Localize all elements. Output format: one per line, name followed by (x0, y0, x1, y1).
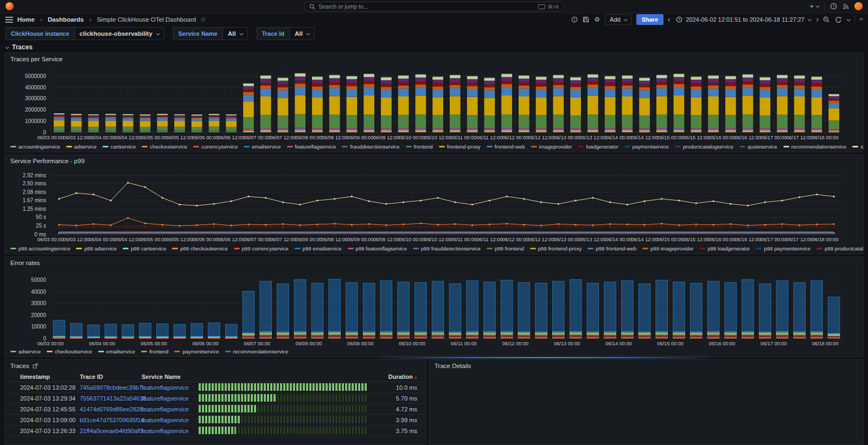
legend-item[interactable]: p99 productcatalogservice (816, 246, 863, 251)
share-button[interactable]: Share (636, 14, 664, 25)
refresh-interval-dropdown[interactable] (847, 18, 850, 21)
legend-item[interactable]: quoteservice (739, 144, 777, 150)
legend-item[interactable]: productcatalogservice (675, 144, 733, 150)
legend-item[interactable]: paymentservice (624, 144, 669, 150)
svg-text:06/08 00:00: 06/08 00:00 (296, 237, 322, 242)
error-rates-chart[interactable]: 06/03 00:0006/04 00:0006/05 00:0006/06 0… (5, 269, 863, 348)
table-row[interactable]: 2024-07-03 13:26:3321ff4a0ceeaeb4fd90af0… (5, 425, 426, 436)
legend-item[interactable]: featureflagservice (287, 144, 336, 150)
legend-item[interactable]: p99 imageprovider (642, 246, 693, 251)
refresh-icon[interactable] (835, 16, 842, 23)
add-menu-button[interactable]: + (809, 2, 819, 10)
legend-item[interactable]: recommendationservice (783, 144, 847, 150)
table-row[interactable]: 2024-07-03 13:02:28745a59078cbdeec39b7..… (5, 382, 426, 393)
legend-item[interactable]: p99 frontend-proxy (530, 246, 582, 251)
collapse-toolbar-icon[interactable] (860, 18, 863, 21)
legend-item[interactable]: accountingservice (10, 144, 60, 150)
legend-item[interactable]: cartservice (103, 144, 136, 150)
search-input[interactable]: Search or jump to... ⌘+k (304, 2, 564, 11)
legend-item[interactable]: p99 frontend (487, 246, 524, 251)
traces-per-service-chart[interactable]: 06/03 00:0006/03 12:0006/04 00:0006/04 1… (5, 65, 863, 142)
legend-item[interactable]: p99 currencyservice (234, 246, 289, 251)
svg-text:06/16 12:00: 06/16 12:00 (735, 135, 761, 140)
legend-item[interactable]: p99 checkoutservice (172, 246, 227, 251)
help-icon[interactable]: ? (830, 3, 837, 10)
panel-title[interactable]: Traces per Service (5, 53, 863, 65)
column-service-name[interactable]: Service Name (142, 373, 199, 380)
legend-item[interactable]: p99 emailservice (295, 246, 342, 251)
column-trace-id[interactable]: Trace ID (80, 373, 142, 380)
cell-service-name-link[interactable]: featureflagservice (142, 384, 199, 391)
legend-item[interactable]: p99 frontend-web (588, 246, 636, 251)
legend-item[interactable]: imageprovider (531, 144, 572, 150)
add-button[interactable]: Add (605, 14, 631, 25)
legend-item[interactable]: checkoutservice (47, 349, 92, 354)
variable-value-dropdown[interactable]: All (222, 27, 248, 40)
panel-links-icon[interactable] (33, 363, 38, 369)
legend-item[interactable]: p99 cartservice (123, 246, 166, 251)
svg-text:06/04 00:00: 06/04 00:00 (89, 237, 116, 242)
cell-trace-id-link[interactable]: 75563771413a22a54618... (80, 395, 142, 402)
row-traces[interactable]: Traces (5, 43, 33, 51)
legend-item[interactable]: emailservice (98, 349, 135, 354)
legend-item[interactable]: frontend-web (487, 144, 525, 150)
zoom-out-time-icon[interactable] (823, 16, 830, 23)
legend-item[interactable]: adservice (66, 144, 97, 150)
cell-service-name-link[interactable]: featureflagservice (142, 428, 199, 434)
legend-label: recommendationservice (792, 144, 847, 150)
save-dashboard-icon[interactable] (583, 16, 589, 23)
time-shift-forward-icon[interactable] (815, 18, 818, 21)
user-avatar[interactable] (854, 2, 863, 10)
legend-item[interactable]: p99 paymentservice (756, 246, 810, 251)
panel-title[interactable]: Trace Details (429, 360, 863, 372)
legend-item[interactable]: p99 frauddetectionservice (413, 246, 481, 251)
p99-chart[interactable]: 06/03 00:0006/03 12:0006/04 00:0006/04 1… (5, 167, 863, 244)
panel-title[interactable]: Error rates (5, 257, 863, 269)
favorite-star-icon[interactable]: ☆ (200, 16, 206, 23)
legend-item[interactable]: p99 featureflagservice (348, 246, 407, 251)
variable-value-dropdown[interactable]: clickhouse-observability (74, 27, 164, 40)
legend-item[interactable]: adservice (10, 349, 41, 354)
legend-item[interactable]: checkoutservice (142, 144, 187, 150)
time-shift-back-icon[interactable] (668, 18, 671, 21)
cell-timestamp: 2024-07-03 12:45:55 (20, 406, 80, 412)
legend-item[interactable]: shippingservice (852, 144, 863, 150)
legend-item[interactable]: frontend (141, 349, 168, 354)
panel-title[interactable]: Traces (10, 363, 29, 369)
legend-item[interactable]: p99 accountingservice (10, 246, 70, 251)
dashboard-info-icon[interactable] (571, 16, 578, 23)
legend-item[interactable]: frontend-proxy (439, 144, 481, 150)
legend-swatch (487, 248, 493, 249)
svg-text:06/03 00:00: 06/03 00:00 (37, 341, 64, 346)
legend-item[interactable]: currencyservice (193, 144, 238, 150)
legend-item[interactable]: p99 loadgenerator (699, 246, 750, 251)
variable-value-dropdown[interactable]: All (289, 27, 315, 40)
grafana-logo-icon[interactable] (5, 2, 14, 10)
settings-gear-icon[interactable]: ⚙ (594, 16, 600, 23)
legend-item[interactable]: emailservice (244, 144, 280, 150)
legend-item[interactable]: loadgenerator (578, 144, 618, 150)
time-range-picker[interactable]: 2024-06-02 12:01:51 to 2024-06-18 11:27:… (676, 16, 810, 23)
table-row[interactable]: 2024-07-03 13:09:00b91ce47d753709695f1d.… (5, 415, 426, 425)
breadcrumb-dashboards[interactable]: Dashboards (48, 16, 84, 23)
cell-trace-id-link[interactable]: 21ff4a0ceeaeb4fd90af0... (80, 428, 142, 434)
cell-service-name-link[interactable]: featureflagservice (142, 406, 199, 412)
legend-item[interactable]: frauddetectionservice (342, 144, 399, 150)
column-timestamp[interactable]: timestamp (20, 373, 80, 380)
table-row[interactable]: 2024-07-03 13:29:3475563771413a22a54618.… (5, 393, 426, 404)
legend-item[interactable]: paymentservice (174, 349, 219, 354)
cell-service-name-link[interactable]: featureflagservice (142, 417, 199, 423)
cell-trace-id-link[interactable]: b91ce47d753709695f1d... (80, 417, 142, 423)
table-row[interactable]: 2024-07-03 12:45:5541474d0769d85ee2828..… (5, 404, 426, 415)
cell-trace-id-link[interactable]: 41474d0769d85ee2828... (80, 406, 142, 412)
news-rss-icon[interactable] (843, 3, 849, 10)
column-duration[interactable]: Duration↓ (374, 373, 426, 380)
legend-item[interactable]: frontend (406, 144, 433, 150)
legend-item[interactable]: p99 adservice (76, 246, 117, 251)
cell-service-name-link[interactable]: featureflagservice (142, 395, 199, 402)
menu-toggle-icon[interactable] (5, 17, 13, 23)
cell-trace-id-link[interactable]: 745a59078cbdeec39b7... (80, 384, 142, 391)
panel-title[interactable]: Service Performance - p99 (5, 155, 863, 167)
legend-item[interactable]: recommendationservice (225, 349, 289, 354)
breadcrumb-home[interactable]: Home (17, 16, 35, 23)
